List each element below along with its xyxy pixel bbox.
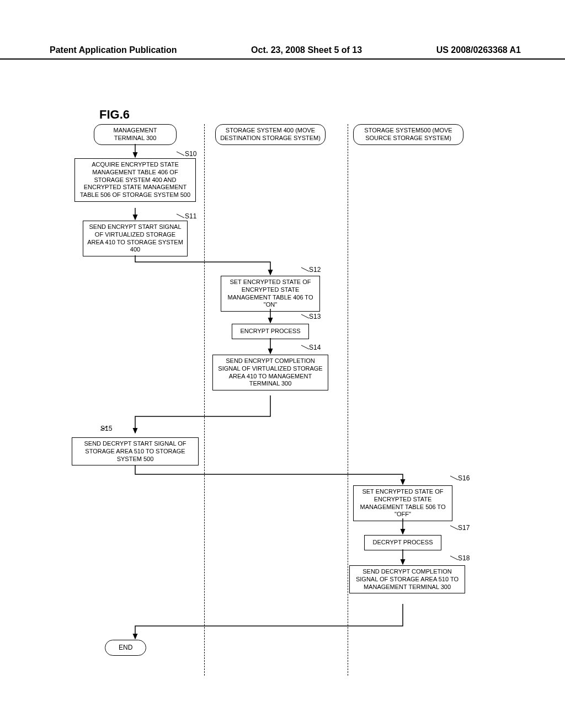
svg-line-13 <box>450 526 458 529</box>
step-label-s13: S13 <box>309 313 321 320</box>
lane-divider-2 <box>348 124 348 676</box>
lane-header-management-terminal: MANAGEMENT TERMINAL 300 <box>94 124 177 145</box>
step-s14: SEND ENCRYPT COMPLETION SIGNAL OF VIRTUA… <box>212 355 328 390</box>
step-label-s11: S11 <box>185 212 196 220</box>
svg-line-14 <box>450 556 458 560</box>
lane-header-storage-400: STORAGE SYSTEM 400 (MOVE DESTINATION STO… <box>215 124 326 145</box>
svg-line-7 <box>177 214 184 218</box>
figure-label: FIG.6 <box>99 108 130 122</box>
end-terminator: END <box>105 640 146 656</box>
page-header: Patent Application Publication Oct. 23, … <box>0 45 565 60</box>
step-label-s12: S12 <box>309 266 321 274</box>
step-s13: ENCRYPT PROCESS <box>232 324 309 339</box>
svg-line-6 <box>177 152 184 156</box>
step-s18: SEND DECRYPT COMPLETION SIGNAL OF STORAG… <box>349 565 465 593</box>
svg-line-12 <box>450 476 458 480</box>
step-s12: SET ENCRYPTED STATE OF ENCRYPTED STATE M… <box>221 276 320 312</box>
step-s10: ACQUIRE ENCRYPTED STATE MANAGEMENT TABLE… <box>74 158 196 202</box>
lane-header-storage-500: STORAGE SYSTEM500 (MOVE SOURCE STORAGE S… <box>353 124 463 145</box>
step-label-s17: S17 <box>458 524 470 532</box>
step-label-s18: S18 <box>458 554 470 562</box>
svg-line-10 <box>301 345 309 349</box>
step-label-s14: S14 <box>309 344 321 351</box>
step-s11: SEND ENCRYPT START SIGNAL OF VIRTUALIZED… <box>83 221 188 256</box>
lane-divider-1 <box>204 124 205 676</box>
step-s15: SEND DECRYPT START SIGNAL OF STORAGE ARE… <box>72 437 199 465</box>
sequence-diagram: MANAGEMENT TERMINAL 300 STORAGE SYSTEM 4… <box>61 124 524 676</box>
header-center: Oct. 23, 2008 Sheet 5 of 13 <box>251 45 362 55</box>
step-label-s16: S16 <box>458 474 470 482</box>
svg-line-9 <box>301 314 309 318</box>
step-label-s15: S15 <box>100 425 112 432</box>
step-label-s10: S10 <box>185 150 196 158</box>
svg-line-8 <box>301 267 309 271</box>
step-s16: SET ENCRYPTED STATE OF ENCRYPTED STATE M… <box>353 485 452 521</box>
step-s17: DECRYPT PROCESS <box>364 535 441 550</box>
header-left: Patent Application Publication <box>50 45 177 55</box>
header-right: US 2008/0263368 A1 <box>436 45 521 55</box>
